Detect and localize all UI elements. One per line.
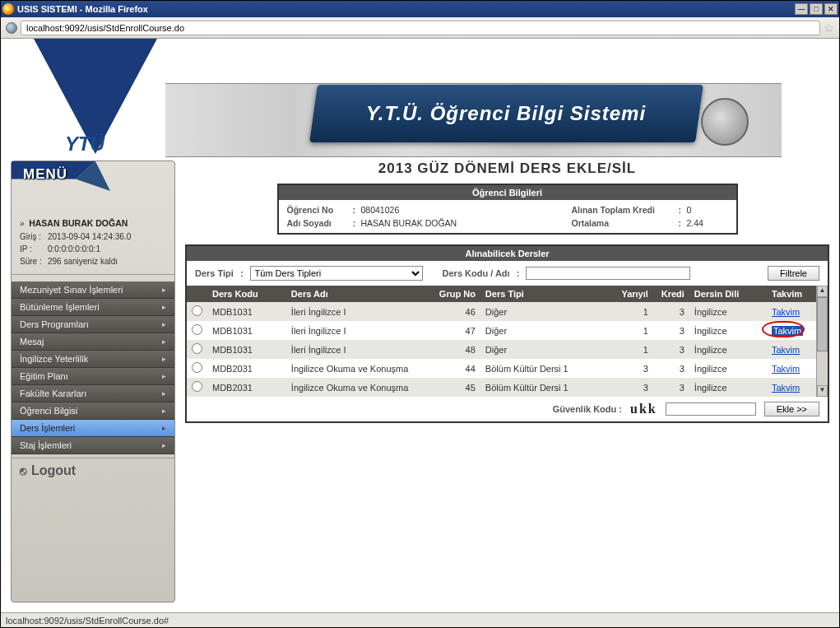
- col-lang: Dersin Dili: [689, 286, 767, 302]
- sidebar-item[interactable]: Fakülte Kararları▸: [12, 385, 174, 402]
- cell-sem: 1: [612, 321, 653, 340]
- cell-lang: İngilizce: [689, 359, 767, 378]
- calendar-link[interactable]: Takvim: [772, 383, 800, 393]
- menu-header: MENÜ: [12, 161, 174, 211]
- sidebar-item-label: Mezuniyet Sınav İşlemleri: [20, 285, 123, 295]
- chevron-right-icon: ▸: [162, 303, 166, 311]
- cell-name: İleri İngilizce I: [286, 340, 434, 359]
- cell-group: 44: [434, 359, 480, 378]
- calendar-link[interactable]: Takvim: [772, 307, 800, 317]
- filter-row: Ders Tipi : Tüm Ders Tipleri Ders Kodu /…: [187, 261, 828, 286]
- calendar-link[interactable]: Takvim: [772, 345, 800, 355]
- sidebar-item[interactable]: Staj İşlemleri▸: [12, 437, 174, 454]
- cell-group: 46: [434, 302, 480, 321]
- sidebar-item-label: Staj İşlemleri: [20, 440, 72, 450]
- average-value: 2.44: [687, 218, 728, 228]
- cell-group: 45: [434, 378, 480, 397]
- cell-code: MDB2031: [207, 359, 286, 378]
- calendar-link[interactable]: Takvim: [772, 364, 800, 374]
- scroll-down-icon[interactable]: ▼: [817, 385, 828, 397]
- ytu-logo-text: YTÜ: [65, 133, 104, 156]
- cell-credit: 3: [653, 302, 689, 321]
- banner-title-text: Y.T.Ü. Öğrenci Bilgi Sistemi: [366, 102, 646, 125]
- course-radio[interactable]: [192, 324, 202, 335]
- ip-label: IP :: [20, 243, 48, 255]
- cell-type: Diğer: [480, 340, 612, 359]
- chevron-right-icon: ▸: [162, 424, 166, 432]
- course-table: Ders Kodu Ders Adı Grup No Ders Tipi Yar…: [187, 286, 816, 397]
- sidebar-item[interactable]: Eğitim Planı▸: [12, 368, 174, 385]
- user-info: » HASAN BURAK DOĞAN Giriş :2013-09-04 14…: [12, 211, 174, 275]
- bookmark-icon[interactable]: ☆: [824, 21, 834, 35]
- security-input[interactable]: [666, 402, 756, 416]
- page-title: 2013 GÜZ DÖNEMİ DERS EKLE/SİL: [185, 160, 829, 177]
- chevron-right-icon: ▸: [162, 389, 166, 398]
- sidebar-item[interactable]: İngilizce Yeterlilik▸: [12, 351, 174, 368]
- duration-value: 296 saniyeniz kaldı: [48, 255, 118, 267]
- logout-button[interactable]: ⎋ Logout: [12, 458, 174, 483]
- cell-code: MDB2031: [207, 378, 286, 397]
- total-credit-value: 0: [687, 205, 728, 215]
- student-name-value: HASAN BURAK DOĞAN: [361, 218, 572, 228]
- course-radio[interactable]: [192, 343, 202, 354]
- table-row: MDB1031İleri İngilizce I48Diğer13İngiliz…: [187, 340, 816, 359]
- close-button[interactable]: ✕: [824, 3, 838, 15]
- col-cal: Takvim: [767, 286, 816, 302]
- url-input[interactable]: [21, 21, 820, 35]
- captcha-text: ukk: [630, 402, 657, 416]
- add-button[interactable]: Ekle >>: [764, 402, 819, 416]
- calendar-link[interactable]: Takvim: [772, 326, 803, 336]
- sidebar-item[interactable]: Mesaj▸: [12, 333, 174, 351]
- table-row: MDB2031İngilizce Okuma ve Konuşma44Bölüm…: [187, 359, 816, 378]
- sidebar-item[interactable]: Ders Programları▸: [12, 316, 174, 333]
- window-buttons: — □ ✕: [795, 3, 838, 15]
- minimize-button[interactable]: —: [795, 3, 808, 15]
- student-info-box: Öğrenci Bilgileri Öğrenci No: 08041026 A…: [277, 184, 738, 235]
- table-row: MDB2031İngilizce Okuma ve Konuşma45Bölüm…: [187, 378, 816, 397]
- sidebar-item-label: Ders Programları: [20, 319, 89, 329]
- scroll-thumb[interactable]: [817, 297, 828, 351]
- table-scrollbar[interactable]: ▲ ▼: [816, 286, 828, 397]
- login-time-label: Giriş :: [20, 230, 48, 243]
- scroll-up-icon[interactable]: ▲: [817, 286, 828, 297]
- col-name: Ders Adı: [286, 286, 434, 302]
- cell-type: Bölüm Kültür Dersi 1: [480, 378, 612, 397]
- sidebar-item[interactable]: Mezuniyet Sınav İşlemleri▸: [12, 281, 174, 299]
- ip-value: 0:0:0:0:0:0:0:1: [48, 243, 100, 255]
- student-info-header: Öğrenci Bilgileri: [279, 185, 736, 200]
- sidebar-item[interactable]: Öğrenci Bilgisi▸: [12, 402, 174, 420]
- course-radio[interactable]: [192, 381, 202, 392]
- main-area: MENÜ » HASAN BURAK DOĞAN Giriş :2013-09-…: [1, 160, 839, 612]
- cell-code: MDB1031: [207, 321, 286, 340]
- course-radio[interactable]: [192, 362, 202, 373]
- sidebar-item-label: Ders İşlemleri: [20, 423, 75, 433]
- sidebar-item[interactable]: Ders İşlemleri▸: [12, 420, 174, 437]
- logout-icon: ⎋: [20, 464, 26, 477]
- maximize-button[interactable]: □: [810, 3, 823, 15]
- cell-group: 47: [434, 321, 480, 340]
- course-type-label: Ders Tipi: [195, 268, 234, 278]
- cell-name: İngilizce Okuma ve Konuşma: [286, 359, 434, 378]
- status-bar: localhost:9092/usis/StdEnrollCourse.do#: [1, 612, 839, 627]
- sidebar-item[interactable]: Bütünleme İşlemleri▸: [12, 299, 174, 316]
- filter-button[interactable]: Filtrele: [768, 266, 819, 281]
- chevron-right-icon: ▸: [162, 337, 166, 346]
- cell-credit: 3: [653, 359, 689, 378]
- menu-label: MENÜ: [23, 166, 67, 183]
- course-radio[interactable]: [192, 305, 202, 316]
- table-row: MDB1031İleri İngilizce I46Diğer13İngiliz…: [187, 302, 816, 321]
- chevron-right-icon: ▸: [162, 372, 166, 380]
- course-code-input[interactable]: [526, 267, 690, 280]
- col-group: Grup No: [434, 286, 480, 302]
- col-code: Ders Kodu: [207, 286, 286, 302]
- chevron-right-icon: ▸: [162, 441, 166, 449]
- nav-menu: Mezuniyet Sınav İşlemleri▸Bütünleme İşle…: [12, 281, 174, 454]
- course-type-select[interactable]: Tüm Ders Tipleri: [250, 266, 423, 281]
- cell-lang: İngilizce: [689, 321, 767, 340]
- status-text: localhost:9092/usis/StdEnrollCourse.do#: [6, 616, 169, 626]
- table-row: MDB1031İleri İngilizce I47Diğer13İngiliz…: [187, 321, 816, 340]
- col-sem: Yarıyıl: [612, 286, 653, 302]
- student-name-label: Adı Soyadı: [287, 218, 353, 228]
- cell-lang: İngilizce: [689, 302, 767, 321]
- page-banner: Y.T.Ü. Öğrenci Bilgi Sistemi YTÜ: [1, 39, 839, 160]
